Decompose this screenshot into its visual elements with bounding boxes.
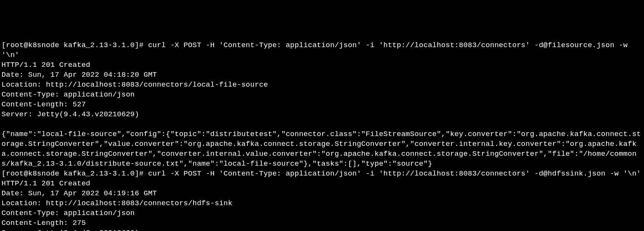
http-server-1: Server: Jetty(9.4.43.v20210629): [2, 110, 139, 119]
http-status-2: HTTP/1.1 201 Created: [2, 179, 90, 188]
http-date-2: Date: Sun, 17 Apr 2022 04:19:16 GMT: [2, 189, 157, 198]
http-location-1: Location: http://localhost:8083/connecto…: [2, 81, 268, 89]
http-date-1: Date: Sun, 17 Apr 2022 04:18:20 GMT: [2, 71, 157, 79]
terminal-output[interactable]: [root@k8snode kafka_2.13-3.1.0]# curl -X…: [2, 40, 642, 231]
http-content-length-1: Content-Length: 527: [2, 100, 86, 109]
http-location-2: Location: http://localhost:8083/connecto…: [2, 199, 233, 207]
http-content-type-2: Content-Type: application/json: [2, 209, 135, 217]
http-server-2: Server: Jetty(9.4.43.v20210629): [2, 229, 139, 231]
shell-prompt-command-1: [root@k8snode kafka_2.13-3.1.0]# curl -X…: [2, 41, 632, 59]
http-status-1: HTTP/1.1 201 Created: [2, 61, 90, 69]
json-response-body-1: {"name":"local-file-source","config":{"t…: [2, 130, 641, 168]
shell-prompt-command-2: [root@k8snode kafka_2.13-3.1.0]# curl -X…: [2, 169, 641, 178]
http-content-length-2: Content-Length: 275: [2, 219, 86, 227]
http-content-type-1: Content-Type: application/json: [2, 90, 135, 99]
